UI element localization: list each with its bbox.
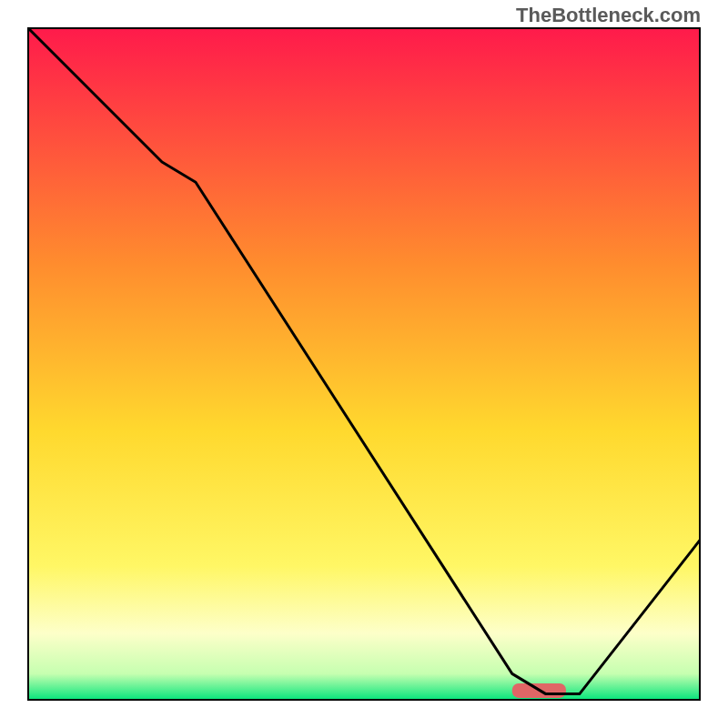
- chart-frame: TheBottleneck.com: [0, 0, 728, 728]
- plot-svg: [27, 27, 701, 701]
- plot-area: [27, 27, 701, 701]
- watermark-text: TheBottleneck.com: [516, 4, 701, 27]
